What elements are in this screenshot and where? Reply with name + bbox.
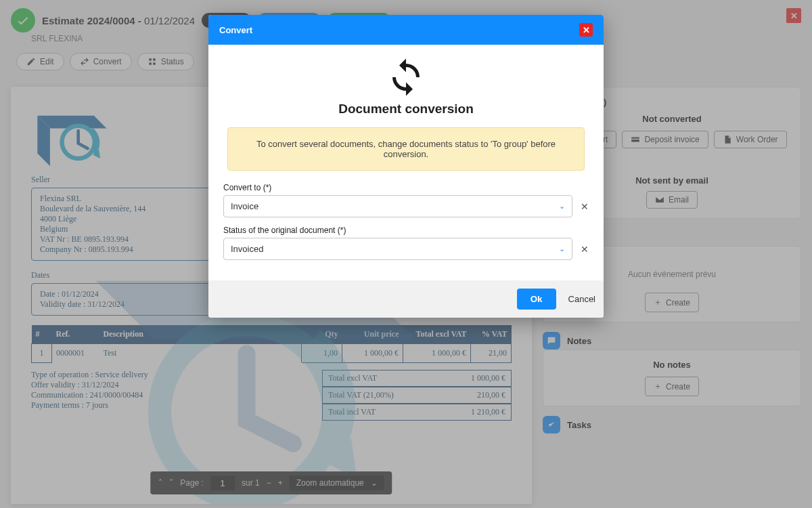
orig-status-select[interactable]: Invoiced ⌄ [223, 238, 572, 260]
modal-title: Document conversion [223, 102, 589, 117]
refresh-icon [223, 57, 589, 98]
cancel-button[interactable]: Cancel [568, 294, 595, 304]
modal-close-button[interactable]: ✕ [579, 23, 593, 37]
convert-to-select[interactable]: Invoice ⌄ [223, 195, 572, 217]
chevron-down-icon: ⌄ [559, 202, 565, 211]
modal-header-title: Convert [219, 25, 252, 35]
clear-status-button[interactable]: ✕ [581, 244, 589, 255]
convert-modal: Convert ✕ Document conversion To convert… [208, 15, 604, 318]
orig-status-label: Status of the original document (*) [223, 226, 589, 235]
ok-button[interactable]: Ok [517, 289, 556, 310]
modal-alert: To convert several documents, change doc… [227, 127, 585, 171]
modal-overlay[interactable]: Convert ✕ Document conversion To convert… [0, 0, 812, 508]
clear-convert-to-button[interactable]: ✕ [581, 201, 589, 212]
chevron-down-icon: ⌄ [559, 245, 565, 253]
convert-to-label: Convert to (*) [223, 183, 589, 192]
